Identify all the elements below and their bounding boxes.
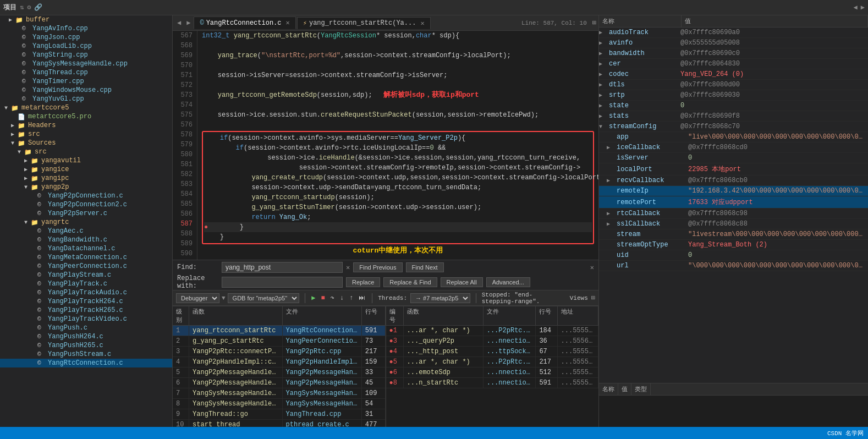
- stack-row[interactable]: 8YangSysMessageHandle::runYangSysMessage…: [173, 399, 386, 409]
- tree-item-yangavutil[interactable]: ▶ 📁 yangavutil: [0, 156, 172, 165]
- var-row[interactable]: ▼streamConfig@0x7fffc8068c70: [599, 122, 868, 132]
- var-row[interactable]: ▶avinfo@0x555555d05008: [599, 38, 868, 48]
- var-row[interactable]: isServer0: [599, 153, 868, 163]
- replace-all-button[interactable]: Replace All: [441, 277, 483, 287]
- tree-item-YangPeerConnection[interactable]: © YangPeerConnection.c: [0, 262, 172, 271]
- tree-item-YangPlayTrackAudio[interactable]: © YangPlayTrackAudio.c: [0, 288, 172, 297]
- tree-item-YangPush[interactable]: © YangPush.c: [0, 323, 172, 332]
- tree-item-YangP2pServer[interactable]: © YangP2pServer.c: [0, 209, 172, 218]
- var-row[interactable]: ▶srtp@0x7fffc8069030: [599, 90, 868, 101]
- find-prev-button[interactable]: Find Previous: [353, 262, 402, 272]
- gdb-select[interactable]: GDB for "metap2p5": [228, 293, 299, 303]
- find-input[interactable]: [222, 262, 343, 273]
- stack-row[interactable]: 10start_threadpthread_create.c477: [173, 420, 386, 427]
- var-row[interactable]: ▶cer@0x7fffc8064830: [599, 59, 868, 69]
- threads-select[interactable]: → #7 metap2p5: [410, 293, 470, 303]
- file-tree[interactable]: ▶ 📁 buffer © YangAvInfo.cpp © YangJson.c…: [0, 15, 172, 427]
- var-row[interactable]: ▶state0: [599, 101, 868, 111]
- tree-item-yangipc[interactable]: ▶ 📁 yangipc: [0, 174, 172, 183]
- tree-item-Sources[interactable]: ▼ 📁 Sources: [0, 139, 172, 147]
- find-close-button[interactable]: ✕: [590, 264, 594, 272]
- tree-item-yangp2p[interactable]: ▼ 📁 yangp2p: [0, 183, 172, 191]
- tree-item-YangPushStream[interactable]: © YangPushStream.c: [0, 350, 172, 359]
- tree-item-YangLoadLib[interactable]: © YangLoadLib.cpp: [0, 42, 172, 51]
- tree-item-YangMetaConnection[interactable]: © YangMetaConnection.c: [0, 253, 172, 262]
- tab-close-yang-rtcconn[interactable]: ✕: [420, 19, 424, 28]
- bp-row[interactable]: ●1...ar *, char *)...P2pRtc.cpp184...555…: [386, 326, 599, 336]
- advanced-button[interactable]: Advanced...: [486, 277, 530, 287]
- bp-row[interactable]: ●8...n_startRtc...nnection.c591...5555ea…: [386, 378, 599, 388]
- code-editor[interactable]: 567 568 569 570 571 572 573 574 575 576 …: [173, 31, 598, 260]
- bp-row[interactable]: ●5...ar *, char *)...P2pRtc.cpp217...555…: [386, 357, 599, 367]
- var-row[interactable]: ▶rtcCallback@0x7fffc8068c98: [599, 208, 868, 219]
- tree-item-src-headers[interactable]: ▶ 📁 src: [0, 130, 172, 139]
- debug-stop-icon[interactable]: ■: [320, 294, 326, 302]
- tree-item-YangPlayStream[interactable]: © YangPlayStream.c: [0, 271, 172, 279]
- tree-item-YangP2pConnection[interactable]: © YangP2pConnection.c: [0, 191, 172, 200]
- debug-play-icon[interactable]: ▶: [310, 294, 316, 302]
- tree-item-YangAec[interactable]: © YangAec.c: [0, 227, 172, 235]
- var-row[interactable]: localPort22985 本地port: [599, 163, 868, 175]
- tree-item-YangPlayTrackH264[interactable]: © YangPlayTrackH264.c: [0, 297, 172, 306]
- tree-item-YangPushH264[interactable]: © YangPushH264.c: [0, 332, 172, 341]
- tab-close-YangRtcConnection[interactable]: ✕: [286, 19, 290, 27]
- toolbar-link-icon[interactable]: 🔗: [34, 3, 42, 12]
- stack-row[interactable]: 7YangSysMessageHandle::startLoopYangSysM…: [173, 388, 386, 399]
- debug-step-over-icon[interactable]: ↷: [329, 294, 336, 302]
- var-row[interactable]: ▶stats@0x7fffc80690f8: [599, 111, 868, 122]
- tree-item-YangThread[interactable]: © YangThread.cpp: [0, 68, 172, 77]
- tab-YangRtcConnection[interactable]: © YangRtcConnection.c ✕: [194, 17, 295, 29]
- tree-item-metartccore5pro[interactable]: 📄 metartccore5.pro: [0, 112, 172, 121]
- tree-item-YangJson[interactable]: © YangJson.cpp: [0, 33, 172, 42]
- stack-row[interactable]: 1yang_rtcconn_startRtcYangRtcConnection.…: [173, 326, 386, 336]
- tree-item-YangAvInfo[interactable]: © YangAvInfo.cpp: [0, 24, 172, 33]
- stack-row[interactable]: 4YangP2pHandleImpl::connectRtcYangP2pHan…: [173, 357, 386, 367]
- tree-item-YangPushH265[interactable]: © YangPushH265.c: [0, 341, 172, 350]
- tab-nav-left[interactable]: ◀: [175, 17, 183, 29]
- tree-item-YangYuvGl[interactable]: © YangYuvGl.cpp: [0, 95, 172, 103]
- stack-row[interactable]: 5YangP2pMessageHandle::connectRtcYangP2p…: [173, 367, 386, 378]
- bp-row[interactable]: ●6...emoteSdp...nnection.c512...5555ea64…: [386, 367, 599, 378]
- replace-find-button[interactable]: Replace & Find: [383, 277, 437, 287]
- tree-item-YangPlayTrack[interactable]: © YangPlayTrack.c: [0, 279, 172, 288]
- var-row[interactable]: url"\000\000\000\000\000\000\000\000\000…: [599, 261, 868, 271]
- var-row[interactable]: ▶bandwidth@0x7fffc80690c0: [599, 48, 868, 59]
- var-row[interactable]: remotePort17633 对应udpport: [599, 196, 868, 208]
- tree-item-yangrtc[interactable]: ▼ 📁 yangrtc: [0, 218, 172, 227]
- tree-item-YangPlayTrackVideo[interactable]: © YangPlayTrackVideo.c: [0, 315, 172, 323]
- tree-item-YangDatachannel[interactable]: © YangDatachannel.c: [0, 244, 172, 253]
- tree-item-YangTimer[interactable]: © YangTimer.cpp: [0, 77, 172, 86]
- var-row[interactable]: ▶dtls@0x7fffc8080d00: [599, 80, 868, 90]
- tab-yang-rtcconn[interactable]: ⚡ yang_rtcconn_startRtc(Ya... ✕: [297, 17, 431, 29]
- var-row[interactable]: remoteIp"192.168.3.42\000\000\000\000\00…: [599, 186, 868, 196]
- bp-row[interactable]: ●4..._http_post...ttpSocket.c67...55555f…: [386, 347, 599, 357]
- var-row[interactable]: stream"livestream\000\000\000\000\000\00…: [599, 229, 868, 240]
- tree-item-yangice[interactable]: ▶ 📁 yangice: [0, 165, 172, 174]
- tree-item-metartccore5[interactable]: ▼ 📁 metartccore5: [0, 103, 172, 112]
- stack-row[interactable]: 6YangP2pMessageHandle::handleMessageYang…: [173, 378, 386, 388]
- find-clear-icon[interactable]: ✕: [346, 264, 350, 272]
- var-row[interactable]: uid0: [599, 250, 868, 261]
- var-row[interactable]: ▶recvCallback@0x7fffc8068cb0: [599, 175, 868, 186]
- debug-continue-icon[interactable]: ⏭: [358, 294, 366, 302]
- tree-item-Headers[interactable]: ▶ 📁 Headers: [0, 121, 172, 130]
- tree-item-YangBandwidth[interactable]: © YangBandwidth.c: [0, 235, 172, 244]
- replace-input[interactable]: [222, 277, 343, 288]
- debug-step-in-icon[interactable]: ↓: [339, 294, 345, 302]
- toolbar-sort-icon[interactable]: ⇅: [20, 3, 24, 12]
- var-row[interactable]: streamOptTypeYang_Stream_Both (2): [599, 240, 868, 250]
- tree-item-YangP2pConnection2[interactable]: © YangP2pConnection2.c: [0, 200, 172, 209]
- tree-item-YangWindowsMouse[interactable]: © YangWindowsMouse.cpp: [0, 86, 172, 95]
- code-content[interactable]: int32_t yang_rtcconn_startRtc(YangRtcSes…: [197, 31, 598, 260]
- tree-item-buffer[interactable]: ▶ 📁 buffer: [0, 15, 172, 24]
- var-row[interactable]: app"live\000\000\000\000\000\000\000\000…: [599, 132, 868, 142]
- nav-back[interactable]: ◀: [854, 3, 858, 12]
- debug-step-out-icon[interactable]: ↑: [348, 294, 354, 302]
- replace-button[interactable]: Replace: [346, 277, 380, 287]
- tab-nav-right[interactable]: ▶: [184, 17, 193, 29]
- var-row[interactable]: ▶sslCallback@0x7fffc8068c88: [599, 219, 868, 229]
- tree-item-YangString[interactable]: © YangString.cpp: [0, 51, 172, 59]
- var-row[interactable]: ▶codecYang_VED_264 (0): [599, 69, 868, 80]
- bp-row[interactable]: ●3..._queryP2p...nnection.c36...55560820…: [386, 336, 599, 347]
- toolbar-expand-icon[interactable]: ⊞: [592, 19, 596, 27]
